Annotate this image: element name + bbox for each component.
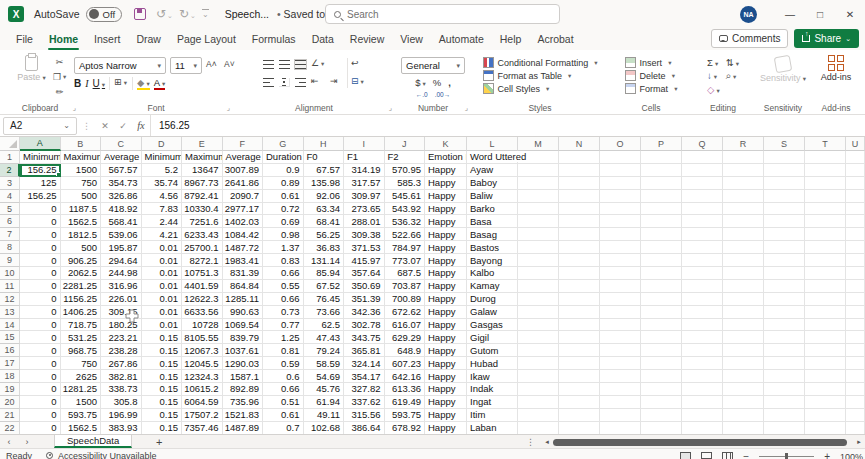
italic-button[interactable]: I (85, 78, 88, 89)
cell-K5[interactable]: Happy (425, 203, 467, 216)
cell-I12[interactable]: 351.39 (344, 293, 385, 306)
align-center-button[interactable] (279, 78, 290, 87)
cell-T8[interactable] (805, 241, 846, 254)
formula-input[interactable]: 156.25 (150, 115, 865, 136)
addins-button[interactable]: Add-ins (817, 54, 856, 83)
cell-E4[interactable]: 8792.41 (182, 190, 223, 203)
column-header-A[interactable]: A (20, 137, 61, 151)
cell-N5[interactable] (559, 203, 600, 216)
cell-U16[interactable] (846, 344, 865, 357)
column-header-N[interactable]: N (559, 137, 600, 151)
cell-S21[interactable] (764, 409, 805, 422)
cell-U7[interactable] (846, 228, 865, 241)
copy-button[interactable]: ❐ (53, 70, 67, 83)
accessibility-status[interactable]: Accessibility Unavailable (46, 451, 157, 459)
cell-I2[interactable]: 314.19 (344, 164, 385, 177)
column-header-C[interactable]: C (101, 137, 142, 151)
cell-J14[interactable]: 616.07 (385, 319, 426, 332)
namebox-grip[interactable]: ⋮ (77, 121, 96, 131)
cell-U17[interactable] (846, 357, 865, 370)
cell-U5[interactable] (846, 203, 865, 216)
cell-L4[interactable]: Baliw (467, 190, 518, 203)
cell-O5[interactable] (600, 203, 641, 216)
cell-G19[interactable]: 0.66 (263, 383, 304, 396)
cell-L9[interactable]: Bayong (467, 254, 518, 267)
row-header-6[interactable]: 6 (0, 215, 20, 228)
scroll-right-button[interactable]: ▸ (853, 438, 865, 446)
align-left-button[interactable] (263, 78, 274, 87)
cell-F12[interactable]: 1285.11 (223, 293, 264, 306)
cell-C9[interactable]: 294.64 (101, 254, 142, 267)
menu-tab-formulas[interactable]: Formulas (244, 28, 304, 50)
cell-I19[interactable]: 327.82 (344, 383, 385, 396)
cell-H1[interactable]: F0 (304, 151, 345, 164)
cell-M2[interactable] (518, 164, 559, 177)
cell-U13[interactable] (846, 306, 865, 319)
cell-Q5[interactable] (682, 203, 723, 216)
cell-J5[interactable]: 543.92 (385, 203, 426, 216)
cell-U8[interactable] (846, 241, 865, 254)
scrollbar-resize-grip[interactable]: ⋮ (520, 437, 541, 447)
column-header-L[interactable]: L (467, 137, 518, 151)
menu-tab-home[interactable]: Home (41, 28, 86, 50)
font-size-dropdown[interactable]: 11 (170, 57, 202, 74)
cell-N4[interactable] (559, 190, 600, 203)
cell-R13[interactable] (723, 306, 764, 319)
cell-H3[interactable]: 135.98 (304, 177, 345, 190)
cell-A14[interactable]: 0 (20, 319, 61, 332)
next-sheet-button[interactable]: › (18, 435, 36, 448)
cell-M11[interactable] (518, 280, 559, 293)
cell-T16[interactable] (805, 344, 846, 357)
fill-color-button[interactable]: ◆ (137, 77, 150, 90)
cell-G4[interactable]: 0.61 (263, 190, 304, 203)
cell-C7[interactable]: 539.06 (101, 228, 142, 241)
accounting-format-button[interactable]: $ (415, 77, 426, 88)
cell-B8[interactable]: 500 (61, 241, 102, 254)
cell-A12[interactable]: 0 (20, 293, 61, 306)
cell-I18[interactable]: 354.17 (344, 370, 385, 383)
cell-I9[interactable]: 415.97 (344, 254, 385, 267)
cell-H20[interactable]: 61.94 (304, 396, 345, 409)
cell-Q21[interactable] (682, 409, 723, 422)
cell-N12[interactable] (559, 293, 600, 306)
align-middle-button[interactable] (279, 60, 290, 69)
cell-L16[interactable]: Gutom (467, 344, 518, 357)
row-header-18[interactable]: 18 (0, 370, 20, 383)
cell-J11[interactable]: 703.87 (385, 280, 426, 293)
cell-K10[interactable]: Happy (425, 267, 467, 280)
cell-C22[interactable]: 383.93 (101, 422, 142, 434)
cell-Q3[interactable] (682, 177, 723, 190)
cell-H12[interactable]: 76.45 (304, 293, 345, 306)
cell-P9[interactable] (641, 254, 682, 267)
cell-K19[interactable]: Happy (425, 383, 467, 396)
cell-N6[interactable] (559, 215, 600, 228)
cell-K3[interactable]: Happy (425, 177, 467, 190)
cell-H13[interactable]: 73.66 (304, 306, 345, 319)
format-as-table-button[interactable]: Format as Table (483, 70, 598, 81)
cell-I16[interactable]: 365.81 (344, 344, 385, 357)
cell-H22[interactable]: 102.68 (304, 422, 345, 434)
cell-D22[interactable]: 0.15 (142, 422, 183, 434)
cell-C6[interactable]: 568.41 (101, 215, 142, 228)
cell-N11[interactable] (559, 280, 600, 293)
cell-S19[interactable] (764, 383, 805, 396)
cell-O16[interactable] (600, 344, 641, 357)
cell-G2[interactable]: 0.9 (263, 164, 304, 177)
row-header-8[interactable]: 8 (0, 241, 20, 254)
cell-C1[interactable]: Average Pi (101, 151, 142, 164)
underline-button[interactable]: U (93, 78, 106, 89)
cell-J16[interactable]: 648.9 (385, 344, 426, 357)
prev-sheet-button[interactable]: ‹ (0, 435, 18, 448)
cell-U14[interactable] (846, 319, 865, 332)
cell-S20[interactable] (764, 396, 805, 409)
cell-Q10[interactable] (682, 267, 723, 280)
cell-A15[interactable]: 0 (20, 331, 61, 344)
cell-Q20[interactable] (682, 396, 723, 409)
cell-N22[interactable] (559, 422, 600, 434)
cell-O8[interactable] (600, 241, 641, 254)
cell-E20[interactable]: 6064.59 (182, 396, 223, 409)
cell-S16[interactable] (764, 344, 805, 357)
menu-tab-draw[interactable]: Draw (128, 28, 169, 50)
cell-A22[interactable]: 0 (20, 422, 61, 434)
cell-O21[interactable] (600, 409, 641, 422)
